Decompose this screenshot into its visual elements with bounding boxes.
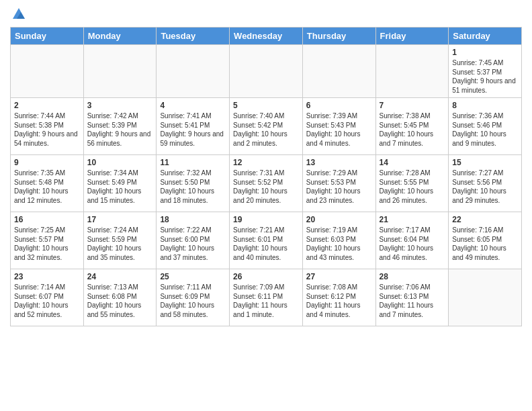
calendar-cell: 27Sunrise: 7:08 AM Sunset: 6:12 PM Dayli… <box>302 269 375 326</box>
day-number: 6 <box>306 101 372 110</box>
calendar-cell: 18Sunrise: 7:22 AM Sunset: 6:00 PM Dayli… <box>157 212 230 269</box>
day-info: Sunrise: 7:22 AM Sunset: 6:00 PM Dayligh… <box>160 226 226 262</box>
calendar-cell: 13Sunrise: 7:29 AM Sunset: 5:53 PM Dayli… <box>302 155 375 212</box>
calendar-cell <box>449 269 522 326</box>
day-number: 8 <box>452 101 518 110</box>
day-info: Sunrise: 7:40 AM Sunset: 5:42 PM Dayligh… <box>233 111 299 148</box>
day-info: Sunrise: 7:31 AM Sunset: 5:52 PM Dayligh… <box>233 169 299 205</box>
calendar-cell: 11Sunrise: 7:32 AM Sunset: 5:50 PM Dayli… <box>157 155 230 212</box>
calendar-cell <box>302 45 375 98</box>
day-info: Sunrise: 7:29 AM Sunset: 5:53 PM Dayligh… <box>306 169 372 205</box>
day-info: Sunrise: 7:28 AM Sunset: 5:55 PM Dayligh… <box>380 169 445 205</box>
day-number: 9 <box>14 158 80 167</box>
day-info: Sunrise: 7:39 AM Sunset: 5:43 PM Dayligh… <box>306 111 372 148</box>
day-info: Sunrise: 7:09 AM Sunset: 6:11 PM Dayligh… <box>233 283 299 319</box>
day-info: Sunrise: 7:21 AM Sunset: 6:01 PM Dayligh… <box>233 226 299 262</box>
day-info: Sunrise: 7:25 AM Sunset: 5:57 PM Dayligh… <box>14 226 80 262</box>
day-info: Sunrise: 7:08 AM Sunset: 6:12 PM Dayligh… <box>306 283 372 319</box>
calendar-cell: 10Sunrise: 7:34 AM Sunset: 5:49 PM Dayli… <box>83 155 157 212</box>
day-number: 11 <box>160 158 226 167</box>
day-info: Sunrise: 7:19 AM Sunset: 6:03 PM Dayligh… <box>306 226 372 262</box>
calendar-header-wednesday: Wednesday <box>230 28 303 45</box>
page-container: SundayMondayTuesdayWednesdayThursdayFrid… <box>0 0 532 333</box>
calendar-cell: 16Sunrise: 7:25 AM Sunset: 5:57 PM Dayli… <box>11 212 84 269</box>
day-info: Sunrise: 7:38 AM Sunset: 5:45 PM Dayligh… <box>380 111 445 148</box>
day-number: 5 <box>233 101 299 110</box>
day-number: 25 <box>160 272 226 281</box>
day-info: Sunrise: 7:34 AM Sunset: 5:49 PM Dayligh… <box>87 169 153 205</box>
day-number: 26 <box>233 272 299 281</box>
calendar-cell: 4Sunrise: 7:41 AM Sunset: 5:41 PM Daylig… <box>157 98 230 155</box>
header <box>10 7 522 21</box>
day-number: 24 <box>87 272 153 281</box>
calendar-cell: 5Sunrise: 7:40 AM Sunset: 5:42 PM Daylig… <box>230 98 303 155</box>
logo-icon <box>11 7 26 21</box>
calendar-cell: 8Sunrise: 7:36 AM Sunset: 5:46 PM Daylig… <box>449 98 522 155</box>
calendar-cell: 9Sunrise: 7:35 AM Sunset: 5:48 PM Daylig… <box>11 155 84 212</box>
calendar-header-thursday: Thursday <box>302 28 375 45</box>
calendar-cell: 6Sunrise: 7:39 AM Sunset: 5:43 PM Daylig… <box>302 98 375 155</box>
day-number: 4 <box>160 101 226 110</box>
calendar-cell: 3Sunrise: 7:42 AM Sunset: 5:39 PM Daylig… <box>83 98 157 155</box>
day-info: Sunrise: 7:45 AM Sunset: 5:37 PM Dayligh… <box>452 58 518 95</box>
logo-text-block <box>10 7 28 21</box>
day-number: 15 <box>452 158 518 167</box>
calendar-week-row: 23Sunrise: 7:14 AM Sunset: 6:07 PM Dayli… <box>11 269 522 326</box>
calendar-cell: 2Sunrise: 7:44 AM Sunset: 5:38 PM Daylig… <box>11 98 84 155</box>
day-info: Sunrise: 7:06 AM Sunset: 6:13 PM Dayligh… <box>380 283 445 319</box>
calendar-header-monday: Monday <box>83 28 157 45</box>
calendar-week-row: 9Sunrise: 7:35 AM Sunset: 5:48 PM Daylig… <box>11 155 522 212</box>
day-number: 13 <box>306 158 372 167</box>
calendar-cell: 21Sunrise: 7:17 AM Sunset: 6:04 PM Dayli… <box>375 212 449 269</box>
day-info: Sunrise: 7:41 AM Sunset: 5:41 PM Dayligh… <box>160 111 226 148</box>
day-number: 17 <box>87 215 153 224</box>
calendar-cell: 24Sunrise: 7:13 AM Sunset: 6:08 PM Dayli… <box>83 269 157 326</box>
calendar-cell <box>83 45 157 98</box>
day-number: 16 <box>14 215 80 224</box>
calendar-cell: 26Sunrise: 7:09 AM Sunset: 6:11 PM Dayli… <box>230 269 303 326</box>
day-number: 10 <box>87 158 153 167</box>
day-info: Sunrise: 7:35 AM Sunset: 5:48 PM Dayligh… <box>14 169 80 205</box>
logo <box>10 7 28 21</box>
day-info: Sunrise: 7:14 AM Sunset: 6:07 PM Dayligh… <box>14 283 80 319</box>
calendar-cell: 23Sunrise: 7:14 AM Sunset: 6:07 PM Dayli… <box>11 269 84 326</box>
calendar-week-row: 1Sunrise: 7:45 AM Sunset: 5:37 PM Daylig… <box>11 45 522 98</box>
day-number: 1 <box>452 48 518 57</box>
day-info: Sunrise: 7:13 AM Sunset: 6:08 PM Dayligh… <box>87 283 153 319</box>
calendar-cell: 1Sunrise: 7:45 AM Sunset: 5:37 PM Daylig… <box>449 45 522 98</box>
calendar-cell: 15Sunrise: 7:27 AM Sunset: 5:56 PM Dayli… <box>449 155 522 212</box>
day-number: 2 <box>14 101 80 110</box>
calendar-header-friday: Friday <box>375 28 449 45</box>
calendar-cell: 25Sunrise: 7:11 AM Sunset: 6:09 PM Dayli… <box>157 269 230 326</box>
day-number: 19 <box>233 215 299 224</box>
calendar-table: SundayMondayTuesdayWednesdayThursdayFrid… <box>10 27 522 326</box>
calendar-cell: 20Sunrise: 7:19 AM Sunset: 6:03 PM Dayli… <box>302 212 375 269</box>
calendar-header-saturday: Saturday <box>449 28 522 45</box>
day-number: 20 <box>306 215 372 224</box>
calendar-header-sunday: Sunday <box>11 28 84 45</box>
calendar-cell <box>11 45 84 98</box>
day-info: Sunrise: 7:44 AM Sunset: 5:38 PM Dayligh… <box>14 111 80 148</box>
calendar-header-row: SundayMondayTuesdayWednesdayThursdayFrid… <box>11 28 522 45</box>
calendar-cell <box>230 45 303 98</box>
calendar-cell: 7Sunrise: 7:38 AM Sunset: 5:45 PM Daylig… <box>375 98 449 155</box>
day-info: Sunrise: 7:17 AM Sunset: 6:04 PM Dayligh… <box>380 226 445 262</box>
calendar-cell: 17Sunrise: 7:24 AM Sunset: 5:59 PM Dayli… <box>83 212 157 269</box>
calendar-header-tuesday: Tuesday <box>157 28 230 45</box>
calendar-cell: 12Sunrise: 7:31 AM Sunset: 5:52 PM Dayli… <box>230 155 303 212</box>
calendar-cell <box>157 45 230 98</box>
day-info: Sunrise: 7:27 AM Sunset: 5:56 PM Dayligh… <box>452 169 518 205</box>
calendar-cell: 19Sunrise: 7:21 AM Sunset: 6:01 PM Dayli… <box>230 212 303 269</box>
calendar-cell: 28Sunrise: 7:06 AM Sunset: 6:13 PM Dayli… <box>375 269 449 326</box>
day-number: 7 <box>380 101 445 110</box>
day-number: 22 <box>452 215 518 224</box>
calendar-cell <box>375 45 449 98</box>
calendar-cell: 14Sunrise: 7:28 AM Sunset: 5:55 PM Dayli… <box>375 155 449 212</box>
day-number: 28 <box>380 272 445 281</box>
day-info: Sunrise: 7:24 AM Sunset: 5:59 PM Dayligh… <box>87 226 153 262</box>
calendar-week-row: 2Sunrise: 7:44 AM Sunset: 5:38 PM Daylig… <box>11 98 522 155</box>
day-number: 23 <box>14 272 80 281</box>
calendar-week-row: 16Sunrise: 7:25 AM Sunset: 5:57 PM Dayli… <box>11 212 522 269</box>
day-number: 3 <box>87 101 153 110</box>
day-info: Sunrise: 7:42 AM Sunset: 5:39 PM Dayligh… <box>87 111 153 148</box>
